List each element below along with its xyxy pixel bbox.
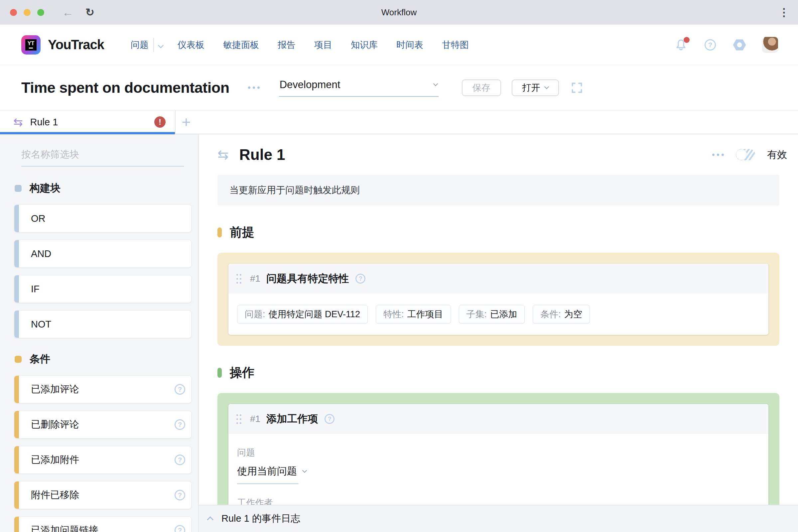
- block-or[interactable]: OR: [14, 205, 191, 232]
- event-log-bar[interactable]: Rule 1 的事件日志: [199, 505, 798, 532]
- field-issue: 问题 使用当前问题: [237, 446, 760, 484]
- block-filter-input[interactable]: [21, 149, 184, 160]
- settings-hexagon-icon[interactable]: [733, 38, 746, 52]
- help-icon[interactable]: ?: [174, 490, 185, 500]
- add-rule-tab-button[interactable]: +: [175, 110, 197, 134]
- browser-titlebar: ← ↻ Workflow ⋮: [0, 0, 798, 25]
- rule-canvas: ⇆ Rule 1 有效 当更新应用于问题时触发此规则 前提 #1 问题具有特定特…: [199, 134, 798, 532]
- youtrack-logo-icon[interactable]: YT: [21, 35, 41, 55]
- block-and[interactable]: AND: [14, 240, 191, 268]
- help-icon[interactable]: ?: [356, 274, 365, 284]
- block-attachment-added-label: 已添加附件: [31, 453, 79, 467]
- user-avatar[interactable]: [762, 37, 778, 53]
- notification-badge: [684, 37, 690, 43]
- field-underline: [237, 483, 299, 484]
- field-issue-select[interactable]: 使用当前问题: [237, 464, 306, 478]
- prerequisites-section-header: 前提: [217, 224, 787, 241]
- help-icon[interactable]: ?: [174, 384, 185, 395]
- help-icon[interactable]: ?: [174, 419, 185, 430]
- workflow-title: Time spent on documentation: [21, 79, 229, 96]
- nav-timesheets[interactable]: 时间表: [387, 39, 433, 51]
- block-not[interactable]: NOT: [14, 310, 191, 338]
- chip-label: 问题:: [245, 308, 265, 320]
- param-issue-chip[interactable]: 问题: 使用特定问题 DEV-112: [237, 305, 368, 324]
- save-button[interactable]: 保存: [462, 79, 501, 96]
- block-filter[interactable]: [21, 149, 184, 167]
- nav-issues[interactable]: 问题: [121, 39, 153, 51]
- actions-section-header: 操作: [217, 364, 787, 381]
- building-blocks-bullet-icon: [15, 185, 22, 192]
- tab-rule-1-label: Rule 1: [30, 117, 58, 128]
- main-nav: 问题 仪表板 敏捷面板 报告 项目 知识库 时间表 甘特图: [121, 38, 478, 52]
- nav-reports[interactable]: 报告: [268, 39, 305, 51]
- section-building-blocks: 构建块: [15, 181, 191, 195]
- block-if[interactable]: IF: [14, 275, 191, 303]
- help-icon[interactable]: ?: [174, 455, 185, 465]
- help-icon[interactable]: ?: [174, 525, 185, 532]
- block-not-label: NOT: [31, 319, 51, 330]
- help-icon[interactable]: ?: [324, 414, 335, 424]
- prerequisites-title: 前提: [230, 224, 254, 241]
- block-title: 问题具有特定特性: [266, 272, 349, 286]
- browser-menu-icon[interactable]: ⋮: [779, 6, 790, 19]
- chip-label: 子集:: [467, 308, 487, 320]
- rule-name[interactable]: Rule 1: [240, 146, 285, 164]
- tab-rule-1[interactable]: ⇆ Rule 1 !: [0, 110, 175, 134]
- prerequisite-block[interactable]: #1 问题具有特定特性 ? 问题: 使用特定问题 DEV-112 特性: 工作项…: [228, 264, 768, 335]
- prerequisite-block-header: #1 问题具有特定特性 ?: [228, 264, 768, 293]
- block-attachment-removed-label: 附件已移除: [31, 489, 79, 502]
- nav-projects[interactable]: 项目: [305, 39, 341, 51]
- action-block-header: #1 添加工作项 ?: [228, 404, 768, 434]
- browser-page-title: Workflow: [0, 7, 798, 18]
- notifications-bell-icon[interactable]: [674, 38, 688, 52]
- block-issue-link-added-label: 已添加问题链接: [31, 524, 98, 532]
- open-button[interactable]: 打开: [512, 79, 559, 96]
- conditions-title: 条件: [30, 352, 50, 366]
- rule-swap-icon: ⇆: [13, 116, 23, 128]
- rule-more-options-icon[interactable]: [712, 154, 724, 156]
- block-attachment-added[interactable]: 已添加附件 ?: [14, 446, 191, 474]
- rule-active-toggle[interactable]: [736, 149, 755, 160]
- help-icon[interactable]: ?: [704, 38, 717, 52]
- actions-title: 操作: [230, 364, 254, 381]
- param-condition-chip[interactable]: 条件: 为空: [533, 305, 590, 324]
- drag-handle-icon[interactable]: [236, 414, 241, 424]
- blocks-sidebar: 构建块 OR AND IF NOT 条件 已添加评论 ? 已删除评论 ? 已添加…: [0, 134, 199, 532]
- project-select[interactable]: Development: [279, 79, 439, 97]
- block-and-label: AND: [31, 248, 51, 259]
- param-property-chip[interactable]: 特性: 工作项目: [376, 305, 451, 324]
- open-button-chevron-down-icon: [544, 84, 549, 89]
- youtrack-logo-monogram: YT: [25, 39, 37, 51]
- block-comment-removed[interactable]: 已删除评论 ?: [14, 411, 191, 439]
- param-subset-chip[interactable]: 子集: 已添加: [459, 305, 525, 324]
- nav-knowledge-base[interactable]: 知识库: [341, 39, 387, 51]
- chip-value: 使用特定问题 DEV-112: [269, 308, 360, 320]
- nav-issues-chevron-down-icon[interactable]: [158, 43, 163, 49]
- chip-value: 工作项目: [407, 308, 443, 320]
- actions-bullet-icon: [217, 368, 222, 378]
- block-issue-link-added[interactable]: 已添加问题链接 ?: [14, 516, 191, 532]
- chevron-up-icon[interactable]: [207, 516, 213, 523]
- chip-value: 已添加: [490, 308, 517, 320]
- block-attachment-removed[interactable]: 附件已移除 ?: [14, 481, 191, 509]
- nav-agile-boards[interactable]: 敏捷面板: [214, 39, 268, 51]
- fullscreen-icon[interactable]: [571, 82, 583, 94]
- rule-status-label: 有效: [767, 148, 787, 162]
- brand-wordmark[interactable]: YouTrack: [48, 37, 104, 52]
- conditions-bullet-icon: [15, 356, 22, 363]
- header-actions: ?: [674, 37, 778, 53]
- prerequisites-bullet-icon: [217, 227, 222, 238]
- nav-dashboards[interactable]: 仪表板: [168, 39, 214, 51]
- drag-handle-icon[interactable]: [236, 274, 241, 284]
- field-issue-value: 使用当前问题: [237, 464, 297, 478]
- chip-label: 特性:: [383, 308, 404, 320]
- block-comment-added-label: 已添加评论: [31, 383, 79, 396]
- block-title: 添加工作项: [266, 412, 318, 426]
- rule-swap-icon: ⇆: [217, 148, 229, 161]
- workflow-more-options-icon[interactable]: [248, 87, 260, 89]
- block-comment-added[interactable]: 已添加评论 ?: [14, 375, 191, 403]
- prerequisites-group: #1 问题具有特定特性 ? 问题: 使用特定问题 DEV-112 特性: 工作项…: [217, 253, 779, 346]
- nav-gantt-charts[interactable]: 甘特图: [433, 39, 478, 51]
- workflow-editor: 构建块 OR AND IF NOT 条件 已添加评论 ? 已删除评论 ? 已添加…: [0, 134, 798, 532]
- workflow-toolbar: Time spent on documentation Development …: [0, 65, 798, 110]
